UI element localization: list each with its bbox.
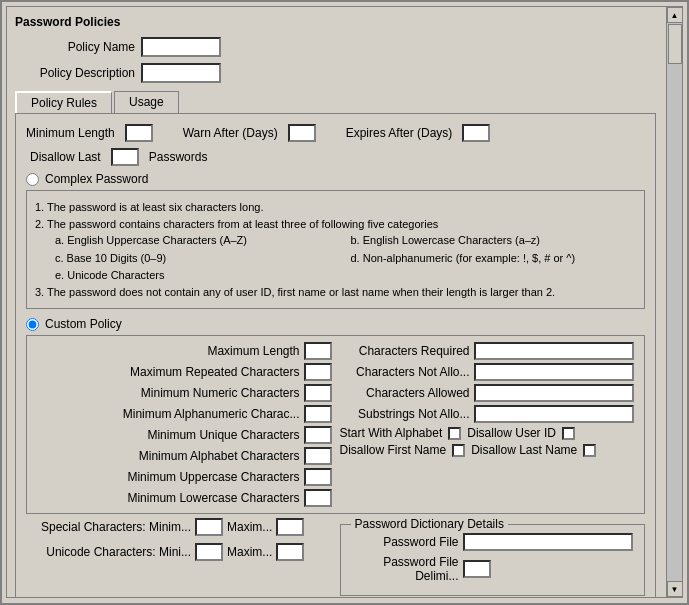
- cp-max-length-input[interactable]: [304, 342, 332, 360]
- scroll-up-button[interactable]: ▲: [667, 7, 683, 23]
- special-chars-label: Special Characters: Minim...: [26, 520, 191, 534]
- cp-chars-required-input[interactable]: [474, 342, 634, 360]
- panel-title: Password Policies: [15, 15, 656, 29]
- special-chars-min-input[interactable]: [195, 518, 223, 536]
- policy-description-input[interactable]: [141, 63, 221, 83]
- start-with-alphabet-label: Start With Alphabet: [340, 426, 443, 440]
- cp-max-length: Maximum Length: [35, 342, 332, 360]
- password-delimiter-input[interactable]: [463, 560, 491, 578]
- cp-min-alphanum-input[interactable]: [304, 405, 332, 423]
- cp-chars-not-allowed: Characters Not Allo...: [340, 363, 637, 381]
- disallow-last-label: Disallow Last: [30, 150, 101, 164]
- min-length-input[interactable]: [125, 124, 153, 142]
- password-dictionary-box: Password Dictionary Details Password Fil…: [340, 524, 646, 596]
- custom-policy-radio-row: Custom Policy: [26, 317, 645, 331]
- cp-substrings-label: Substrings Not Allo...: [340, 407, 470, 421]
- cp-chars-allowed-label: Characters Allowed: [340, 386, 470, 400]
- complex-rule-3: 3. The password does not contain any of …: [35, 284, 636, 301]
- scroll-down-button[interactable]: ▼: [667, 581, 683, 597]
- cp-max-repeated-label: Maximum Repeated Characters: [35, 365, 300, 379]
- complex-rule-1: 1. The password is at least six characte…: [35, 199, 636, 216]
- category-b: b. English Lowercase Characters (a–z): [351, 232, 637, 249]
- cp-min-numeric: Minimum Numeric Characters: [35, 384, 332, 402]
- unicode-chars-row: Unicode Characters: Mini... Maxim...: [26, 543, 332, 561]
- tab-usage[interactable]: Usage: [114, 91, 179, 113]
- special-chars-max-input[interactable]: [276, 518, 304, 536]
- tab-policy-rules[interactable]: Policy Rules: [15, 91, 112, 113]
- unicode-chars-label: Unicode Characters: Mini...: [26, 545, 191, 559]
- cp-min-unique: Minimum Unique Characters: [35, 426, 332, 444]
- policy-name-row: Policy Name: [15, 37, 656, 57]
- policy-name-label: Policy Name: [15, 40, 135, 54]
- special-chars-row: Special Characters: Minim... Maxim...: [26, 518, 332, 536]
- unicode-chars-min-input[interactable]: [195, 543, 223, 561]
- swa-row: Start With Alphabet Disallow User ID: [340, 426, 637, 440]
- scroll-thumb[interactable]: [668, 24, 682, 64]
- password-file-input[interactable]: [463, 533, 633, 551]
- expires-after-input[interactable]: [462, 124, 490, 142]
- cp-min-lowercase: Minimum Lowercase Characters: [35, 489, 332, 507]
- category-a: a. English Uppercase Characters (A–Z): [55, 232, 341, 249]
- password-delimiter-label: Password File Delimi...: [349, 555, 459, 583]
- category-e: e. Unicode Characters: [55, 267, 341, 284]
- disallow-last-input[interactable]: [111, 148, 139, 166]
- policy-name-input[interactable]: [141, 37, 221, 57]
- cp-min-lowercase-input[interactable]: [304, 489, 332, 507]
- cp-min-alphabet-input[interactable]: [304, 447, 332, 465]
- complex-password-radio[interactable]: [26, 173, 39, 186]
- cp-chars-allowed: Characters Allowed: [340, 384, 637, 402]
- start-with-alphabet-checkbox[interactable]: [448, 427, 461, 440]
- cp-max-repeated-input[interactable]: [304, 363, 332, 381]
- dict-box-title: Password Dictionary Details: [351, 517, 508, 531]
- policy-description-row: Policy Description: [15, 63, 656, 83]
- cp-min-numeric-input[interactable]: [304, 384, 332, 402]
- policy-description-label: Policy Description: [15, 66, 135, 80]
- special-unicode-column: Special Characters: Minim... Maxim... Un…: [26, 518, 332, 596]
- scroll-track: [667, 23, 683, 581]
- custom-policy-grid: Maximum Length Maximum Repeated Characte…: [26, 335, 645, 514]
- unicode-chars-max-input[interactable]: [276, 543, 304, 561]
- expires-after-label: Expires After (Days): [346, 126, 453, 140]
- disallow-user-id-label: Disallow User ID: [467, 426, 556, 440]
- cp-min-unique-input[interactable]: [304, 426, 332, 444]
- cp-chars-allowed-input[interactable]: [474, 384, 634, 402]
- cp-substrings-input[interactable]: [474, 405, 634, 423]
- tabs-container: Policy Rules Usage Minimum Length Warn A…: [15, 91, 656, 598]
- complex-categories: a. English Uppercase Characters (A–Z) b.…: [55, 232, 636, 284]
- cp-min-uppercase-input[interactable]: [304, 468, 332, 486]
- cp-min-unique-label: Minimum Unique Characters: [35, 428, 300, 442]
- category-d: d. Non-alphanumeric (for example: !, $, …: [351, 250, 637, 267]
- cp-max-repeated: Maximum Repeated Characters: [35, 363, 332, 381]
- cp-min-alphanum: Minimum Alphanumeric Charac...: [35, 405, 332, 423]
- cp-left-column: Maximum Length Maximum Repeated Characte…: [35, 342, 332, 507]
- scrollbar[interactable]: ▲ ▼: [666, 7, 682, 597]
- disallow-last-name-checkbox[interactable]: [583, 444, 596, 457]
- password-file-label: Password File: [349, 535, 459, 549]
- cp-substrings-not-allowed: Substrings Not Allo...: [340, 405, 637, 423]
- cp-chars-not-allowed-input[interactable]: [474, 363, 634, 381]
- warn-after-label: Warn After (Days): [183, 126, 278, 140]
- cp-max-length-label: Maximum Length: [35, 344, 300, 358]
- min-length-label: Minimum Length: [26, 126, 115, 140]
- cp-min-alphanum-label: Minimum Alphanumeric Charac...: [35, 407, 300, 421]
- passwords-label: Passwords: [149, 150, 208, 164]
- custom-policy-label: Custom Policy: [45, 317, 122, 331]
- complex-password-label: Complex Password: [45, 172, 148, 186]
- cp-right-column: Characters Required Characters Not Allo.…: [340, 342, 637, 507]
- password-file-row: Password File: [349, 533, 637, 551]
- complex-rule-2: 2. The password contains characters from…: [35, 216, 636, 233]
- cp-min-alphabet-label: Minimum Alphabet Characters: [35, 449, 300, 463]
- disallow-last-name-label: Disallow Last Name: [471, 443, 577, 457]
- disallow-first-name-checkbox[interactable]: [452, 444, 465, 457]
- cp-min-alphabet: Minimum Alphabet Characters: [35, 447, 332, 465]
- unicode-chars-maxim-label: Maxim...: [227, 545, 272, 559]
- disallow-row: Disallow First Name Disallow Last Name: [340, 443, 637, 457]
- disallow-user-id-checkbox[interactable]: [562, 427, 575, 440]
- cp-min-numeric-label: Minimum Numeric Characters: [35, 386, 300, 400]
- password-delimiter-row: Password File Delimi...: [349, 555, 637, 583]
- cp-chars-not-allowed-label: Characters Not Allo...: [340, 365, 470, 379]
- special-chars-maxim-label: Maxim...: [227, 520, 272, 534]
- warn-after-input[interactable]: [288, 124, 316, 142]
- custom-policy-radio[interactable]: [26, 318, 39, 331]
- cp-chars-required: Characters Required: [340, 342, 637, 360]
